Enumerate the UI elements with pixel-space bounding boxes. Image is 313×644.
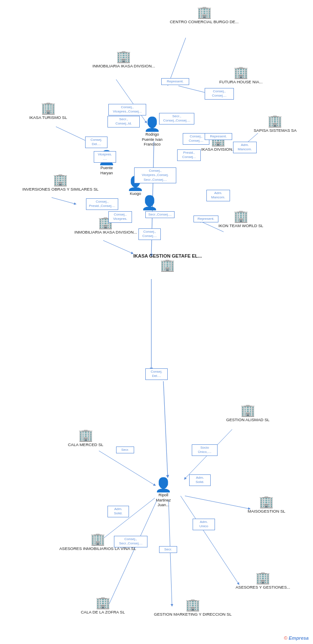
role-consej-del2[interactable]: Consej.,Consej.... — [138, 228, 161, 240]
company-label: INMOBILIARIA IKASA DIVISION... — [74, 230, 137, 235]
company-label: CENTRO COMERCIAL BURGO DE... — [170, 19, 239, 24]
role-vicepres[interactable]: Vicepres..... — [94, 151, 116, 163]
building-icon: 🏢 — [53, 174, 68, 186]
building-icon: 🏢 — [185, 599, 200, 611]
company-label: MAISOGESTION SL — [248, 509, 285, 514]
network-diagram: 🏢 CENTRO COMERCIAL BURGO DE... 🏢 FUTURA … — [0, 0, 313, 644]
brand-name: Empresa — [289, 635, 309, 641]
building-icon: 🏢 — [233, 210, 249, 222]
company-gestion-marketing[interactable]: 🏢 GESTION MARKETING Y DIRECCION SL — [154, 599, 232, 617]
role-represent3[interactable]: Represent. — [193, 216, 218, 222]
role-consej-del1[interactable]: Consej.Del.... — [85, 137, 107, 148]
role-adm-solid2[interactable]: Adm.Solid. — [107, 506, 129, 517]
building-icon: 🏢 — [267, 115, 282, 127]
company-label: FUTURA HOUSE NIA... — [219, 79, 263, 85]
company-asesores-gestiones[interactable]: 🏢 ASESORES Y GESTIONES... — [236, 572, 290, 590]
role-socio-unico[interactable]: SocioÚnico,.... — [192, 444, 218, 456]
company-label: SAPISA SISTEMAS SA — [254, 128, 297, 133]
company-label: INMOBILIARIA IKASA DIVISION... — [92, 64, 155, 69]
role-consej-presid[interactable]: Consej.,Presid.,Consej.... — [86, 198, 118, 210]
svg-line-10 — [163, 381, 168, 477]
role-adm-unico[interactable]: Adm.Unico — [193, 519, 215, 530]
building-icon: 🏢 — [116, 51, 131, 63]
company-sapisa[interactable]: 🏢 SAPISA SISTEMAS SA — [254, 115, 297, 133]
company-ikon-team[interactable]: 🏢 IKON TEAM WORLD SL — [218, 210, 263, 228]
svg-line-8 — [103, 240, 132, 253]
svg-line-17 — [181, 496, 239, 584]
company-label: IKON TEAM WORLD SL — [218, 223, 263, 228]
role-presid-consej[interactable]: Presid.,Consej... — [177, 149, 201, 161]
svg-line-6 — [52, 197, 75, 204]
role-adm-mancom1[interactable]: Adm.Mancom. — [233, 142, 257, 153]
role-represent1[interactable]: Represent. — [161, 78, 189, 85]
building-icon-red: 🏢 — [160, 259, 175, 271]
connection-lines — [0, 0, 313, 644]
watermark: © Empresa — [284, 635, 309, 641]
building-icon: 🏢 — [90, 533, 105, 545]
role-adm-mancom2[interactable]: Adm.Mancom. — [206, 190, 230, 201]
role-secr2[interactable]: Secr. — [159, 546, 177, 553]
company-label: IKASA TURISMO SL — [29, 115, 67, 120]
svg-line-13 — [185, 496, 249, 509]
person-unnamed[interactable]: 👤 — [141, 194, 158, 211]
company-inmobiliaria[interactable]: 🏢 INMOBILIARIA IKASA DIVISION... — [92, 51, 155, 69]
company-ikasa-main[interactable]: IKASA GESTION GETAFE EL... 🏢 — [133, 253, 202, 271]
building-icon: 🏢 — [197, 6, 212, 18]
role-adm-solid1[interactable]: Adm.Solid. — [189, 474, 211, 486]
company-ikasa-turismo[interactable]: 🏢 IKASA TURISMO SL — [29, 102, 67, 120]
company-label: INVERSIONES OBRAS Y SIMILARES SL — [22, 187, 98, 192]
company-gestion-alismad[interactable]: 🏢 GESTION ALISMAD SL — [226, 404, 270, 422]
svg-line-11 — [99, 451, 155, 485]
company-maisogestion[interactable]: 🏢 MAISOGESTION SL — [248, 496, 285, 514]
company-label: GESTION ALISMAD SL — [226, 417, 270, 422]
company-label: IKASA DIVISION... — [201, 147, 236, 152]
company-label: CALA MERCED SL — [68, 442, 103, 447]
building-icon: 🏢 — [255, 572, 270, 584]
building-icon: 🏢 — [41, 102, 56, 114]
role-secr-consej2[interactable]: Secr.,Consej.,Consej.... — [159, 113, 194, 125]
building-icon: 🏢 — [259, 496, 274, 508]
building-icon: 🏢 — [95, 597, 110, 609]
building-icon: 🏢 — [78, 429, 93, 441]
role-consej-vicepres2[interactable]: Consej.,Vicepres.,Consej.Secr.,Consej...… — [134, 167, 176, 183]
role-secr-cala[interactable]: Secr. — [116, 447, 134, 453]
company-label: CALA DE LA ZOFRA SL — [81, 610, 125, 615]
role-represent2[interactable]: Represent. — [205, 133, 232, 140]
person-ripoll[interactable]: 👤 RipollMartinezJuan... — [155, 477, 172, 508]
role-secr-consej3[interactable]: Secr.,Consej.... — [145, 211, 175, 218]
company-cala-zofra[interactable]: 🏢 CALA DE LA ZOFRA SL — [81, 597, 125, 615]
company-cala-merced[interactable]: 🏢 CALA MERCED SL — [68, 429, 103, 447]
company-centro[interactable]: 🏢 CENTRO COMERCIAL BURGO DE... — [170, 6, 239, 24]
role-consej-vicepres[interactable]: Consej.,Vicepres.,Consej... — [108, 104, 146, 115]
building-icon: 🏢 — [240, 404, 255, 416]
role-consej-del3[interactable]: Consej.Del.... — [145, 368, 168, 380]
company-inversiones[interactable]: 🏢 INVERSIONES OBRAS Y SIMILARES SL — [22, 174, 98, 192]
building-icon: 🏢 — [233, 67, 249, 79]
role-consej-futura[interactable]: Consej.,Consej.... — [205, 88, 234, 100]
role-secr-consej-id[interactable]: Secr.,Consej.,Id. — [107, 116, 140, 128]
company-label: GESTION MARKETING Y DIRECCION SL — [154, 612, 232, 617]
role-consej-vicepres3[interactable]: Consej.,Vicepres. — [108, 211, 132, 223]
company-label: ASESORES Y GESTIONES... — [236, 585, 290, 590]
company-futura[interactable]: 🏢 FUTURA HOUSE NIA... — [219, 67, 263, 85]
role-consej-secr[interactable]: Consej.,Secr.,Consej.... — [114, 536, 147, 547]
